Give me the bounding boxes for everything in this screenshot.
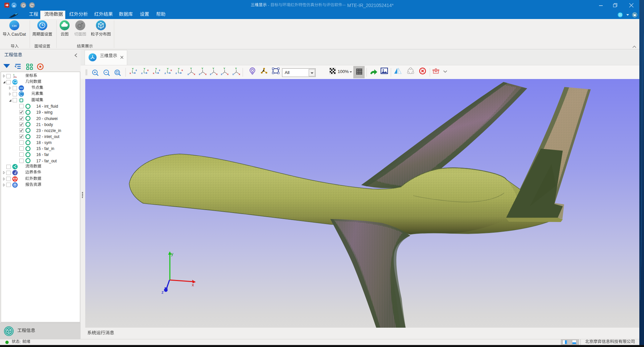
svg-text:z: z [199, 73, 200, 76]
svg-text:z: z [210, 73, 211, 76]
svg-text:Y: Y [167, 67, 169, 70]
svg-text:x: x [239, 73, 240, 76]
svg-text:z: z [136, 69, 137, 72]
svg-text:x: x [205, 73, 207, 76]
svg-text:x: x [194, 73, 195, 76]
svg-text:Y: Y [155, 67, 157, 70]
svg-text:Y: Y [223, 67, 225, 70]
svg-text:y: y [171, 251, 173, 256]
svg-text:Y: Y [178, 67, 180, 70]
svg-text:Y: Y [144, 67, 146, 70]
svg-text:x: x [170, 69, 172, 72]
svg-text:z: z [141, 72, 143, 75]
svg-text:x: x [216, 73, 218, 76]
svg-text:Y: Y [132, 67, 134, 70]
svg-text:x: x [181, 69, 183, 72]
svg-text:z: z [161, 290, 164, 295]
svg-text:z: z [175, 72, 177, 75]
svg-text:z: z [159, 69, 160, 72]
svg-text:Y: Y [235, 67, 237, 70]
svg-text:x: x [192, 282, 194, 287]
svg-text:z: z [232, 73, 234, 76]
svg-text:x: x [147, 69, 149, 72]
svg-text:x: x [153, 72, 155, 75]
svg-text:Y: Y [190, 67, 192, 70]
svg-text:cas: cas [12, 23, 17, 27]
svg-text:x: x [227, 73, 229, 76]
svg-text:Y: Y [201, 67, 203, 70]
svg-text:Y: Y [212, 67, 214, 70]
svg-text:z: z [221, 73, 222, 76]
svg-text:z: z [164, 72, 166, 75]
svg-text:x: x [130, 72, 131, 75]
svg-text:z: z [187, 73, 189, 76]
